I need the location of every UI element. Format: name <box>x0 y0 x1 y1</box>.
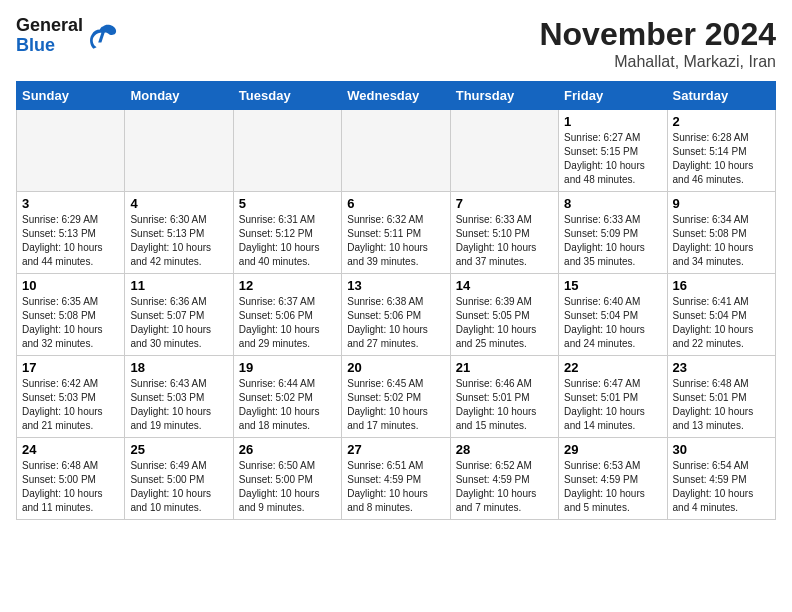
calendar-cell: 17Sunrise: 6:42 AMSunset: 5:03 PMDayligh… <box>17 356 125 438</box>
day-info: Sunrise: 6:50 AMSunset: 5:00 PMDaylight:… <box>239 459 336 515</box>
day-number: 28 <box>456 442 553 457</box>
day-info: Sunrise: 6:33 AMSunset: 5:09 PMDaylight:… <box>564 213 661 269</box>
day-number: 1 <box>564 114 661 129</box>
calendar-cell: 12Sunrise: 6:37 AMSunset: 5:06 PMDayligh… <box>233 274 341 356</box>
page-header: General Blue November 2024 Mahallat, Mar… <box>16 16 776 71</box>
day-info: Sunrise: 6:53 AMSunset: 4:59 PMDaylight:… <box>564 459 661 515</box>
logo-text: General Blue <box>16 16 83 56</box>
calendar-cell: 20Sunrise: 6:45 AMSunset: 5:02 PMDayligh… <box>342 356 450 438</box>
calendar-cell: 6Sunrise: 6:32 AMSunset: 5:11 PMDaylight… <box>342 192 450 274</box>
calendar-cell: 7Sunrise: 6:33 AMSunset: 5:10 PMDaylight… <box>450 192 558 274</box>
calendar-cell: 22Sunrise: 6:47 AMSunset: 5:01 PMDayligh… <box>559 356 667 438</box>
calendar-cell: 10Sunrise: 6:35 AMSunset: 5:08 PMDayligh… <box>17 274 125 356</box>
calendar-cell: 13Sunrise: 6:38 AMSunset: 5:06 PMDayligh… <box>342 274 450 356</box>
day-number: 5 <box>239 196 336 211</box>
calendar-cell: 2Sunrise: 6:28 AMSunset: 5:14 PMDaylight… <box>667 110 775 192</box>
day-number: 16 <box>673 278 770 293</box>
day-number: 17 <box>22 360 119 375</box>
location-subtitle: Mahallat, Markazi, Iran <box>539 53 776 71</box>
calendar-week-3: 10Sunrise: 6:35 AMSunset: 5:08 PMDayligh… <box>17 274 776 356</box>
day-number: 9 <box>673 196 770 211</box>
day-number: 15 <box>564 278 661 293</box>
day-info: Sunrise: 6:40 AMSunset: 5:04 PMDaylight:… <box>564 295 661 351</box>
day-number: 12 <box>239 278 336 293</box>
day-number: 27 <box>347 442 444 457</box>
day-info: Sunrise: 6:37 AMSunset: 5:06 PMDaylight:… <box>239 295 336 351</box>
day-number: 30 <box>673 442 770 457</box>
calendar-cell <box>125 110 233 192</box>
day-number: 20 <box>347 360 444 375</box>
calendar-cell: 15Sunrise: 6:40 AMSunset: 5:04 PMDayligh… <box>559 274 667 356</box>
day-info: Sunrise: 6:36 AMSunset: 5:07 PMDaylight:… <box>130 295 227 351</box>
day-number: 11 <box>130 278 227 293</box>
calendar-week-4: 17Sunrise: 6:42 AMSunset: 5:03 PMDayligh… <box>17 356 776 438</box>
day-number: 24 <box>22 442 119 457</box>
day-info: Sunrise: 6:46 AMSunset: 5:01 PMDaylight:… <box>456 377 553 433</box>
day-info: Sunrise: 6:34 AMSunset: 5:08 PMDaylight:… <box>673 213 770 269</box>
day-info: Sunrise: 6:49 AMSunset: 5:00 PMDaylight:… <box>130 459 227 515</box>
day-number: 8 <box>564 196 661 211</box>
day-info: Sunrise: 6:54 AMSunset: 4:59 PMDaylight:… <box>673 459 770 515</box>
calendar-cell: 29Sunrise: 6:53 AMSunset: 4:59 PMDayligh… <box>559 438 667 520</box>
month-title: November 2024 <box>539 16 776 53</box>
weekday-header-tuesday: Tuesday <box>233 82 341 110</box>
calendar-cell <box>342 110 450 192</box>
calendar-cell: 3Sunrise: 6:29 AMSunset: 5:13 PMDaylight… <box>17 192 125 274</box>
calendar-cell: 9Sunrise: 6:34 AMSunset: 5:08 PMDaylight… <box>667 192 775 274</box>
calendar-cell: 14Sunrise: 6:39 AMSunset: 5:05 PMDayligh… <box>450 274 558 356</box>
day-info: Sunrise: 6:39 AMSunset: 5:05 PMDaylight:… <box>456 295 553 351</box>
day-info: Sunrise: 6:47 AMSunset: 5:01 PMDaylight:… <box>564 377 661 433</box>
day-info: Sunrise: 6:43 AMSunset: 5:03 PMDaylight:… <box>130 377 227 433</box>
day-number: 29 <box>564 442 661 457</box>
day-number: 10 <box>22 278 119 293</box>
weekday-header-friday: Friday <box>559 82 667 110</box>
title-block: November 2024 Mahallat, Markazi, Iran <box>539 16 776 71</box>
calendar-cell: 23Sunrise: 6:48 AMSunset: 5:01 PMDayligh… <box>667 356 775 438</box>
calendar-cell: 19Sunrise: 6:44 AMSunset: 5:02 PMDayligh… <box>233 356 341 438</box>
day-info: Sunrise: 6:35 AMSunset: 5:08 PMDaylight:… <box>22 295 119 351</box>
day-number: 6 <box>347 196 444 211</box>
day-number: 4 <box>130 196 227 211</box>
day-number: 13 <box>347 278 444 293</box>
calendar-week-5: 24Sunrise: 6:48 AMSunset: 5:00 PMDayligh… <box>17 438 776 520</box>
calendar-cell: 1Sunrise: 6:27 AMSunset: 5:15 PMDaylight… <box>559 110 667 192</box>
day-info: Sunrise: 6:52 AMSunset: 4:59 PMDaylight:… <box>456 459 553 515</box>
day-number: 21 <box>456 360 553 375</box>
calendar-cell <box>17 110 125 192</box>
calendar-week-1: 1Sunrise: 6:27 AMSunset: 5:15 PMDaylight… <box>17 110 776 192</box>
weekday-header-monday: Monday <box>125 82 233 110</box>
day-info: Sunrise: 6:48 AMSunset: 5:00 PMDaylight:… <box>22 459 119 515</box>
day-info: Sunrise: 6:42 AMSunset: 5:03 PMDaylight:… <box>22 377 119 433</box>
calendar-table: SundayMondayTuesdayWednesdayThursdayFrid… <box>16 81 776 520</box>
day-info: Sunrise: 6:27 AMSunset: 5:15 PMDaylight:… <box>564 131 661 187</box>
calendar-cell: 30Sunrise: 6:54 AMSunset: 4:59 PMDayligh… <box>667 438 775 520</box>
weekday-header-row: SundayMondayTuesdayWednesdayThursdayFrid… <box>17 82 776 110</box>
day-number: 3 <box>22 196 119 211</box>
calendar-cell: 4Sunrise: 6:30 AMSunset: 5:13 PMDaylight… <box>125 192 233 274</box>
day-number: 14 <box>456 278 553 293</box>
logo-bird-icon <box>87 20 119 52</box>
day-number: 7 <box>456 196 553 211</box>
day-number: 23 <box>673 360 770 375</box>
weekday-header-wednesday: Wednesday <box>342 82 450 110</box>
calendar-cell: 25Sunrise: 6:49 AMSunset: 5:00 PMDayligh… <box>125 438 233 520</box>
day-info: Sunrise: 6:30 AMSunset: 5:13 PMDaylight:… <box>130 213 227 269</box>
day-info: Sunrise: 6:41 AMSunset: 5:04 PMDaylight:… <box>673 295 770 351</box>
calendar-cell: 16Sunrise: 6:41 AMSunset: 5:04 PMDayligh… <box>667 274 775 356</box>
calendar-cell: 21Sunrise: 6:46 AMSunset: 5:01 PMDayligh… <box>450 356 558 438</box>
day-info: Sunrise: 6:38 AMSunset: 5:06 PMDaylight:… <box>347 295 444 351</box>
calendar-cell: 5Sunrise: 6:31 AMSunset: 5:12 PMDaylight… <box>233 192 341 274</box>
day-info: Sunrise: 6:31 AMSunset: 5:12 PMDaylight:… <box>239 213 336 269</box>
day-info: Sunrise: 6:28 AMSunset: 5:14 PMDaylight:… <box>673 131 770 187</box>
day-number: 19 <box>239 360 336 375</box>
weekday-header-sunday: Sunday <box>17 82 125 110</box>
logo-general: General <box>16 16 83 36</box>
day-info: Sunrise: 6:51 AMSunset: 4:59 PMDaylight:… <box>347 459 444 515</box>
weekday-header-thursday: Thursday <box>450 82 558 110</box>
day-info: Sunrise: 6:48 AMSunset: 5:01 PMDaylight:… <box>673 377 770 433</box>
day-number: 2 <box>673 114 770 129</box>
calendar-cell: 26Sunrise: 6:50 AMSunset: 5:00 PMDayligh… <box>233 438 341 520</box>
day-info: Sunrise: 6:33 AMSunset: 5:10 PMDaylight:… <box>456 213 553 269</box>
calendar-week-2: 3Sunrise: 6:29 AMSunset: 5:13 PMDaylight… <box>17 192 776 274</box>
day-number: 18 <box>130 360 227 375</box>
